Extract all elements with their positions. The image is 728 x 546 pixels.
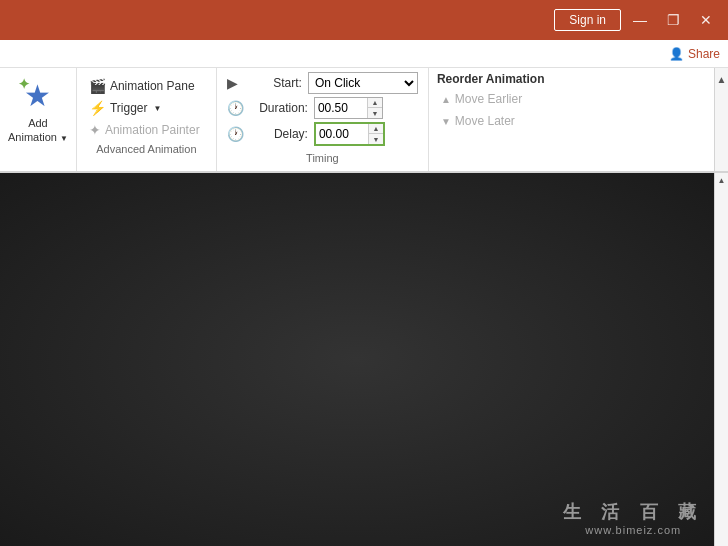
animation-painter-label: Animation Painter (105, 123, 200, 137)
animation-pane-icon: 🎬 (89, 78, 106, 94)
start-label: Start: (244, 76, 302, 90)
duration-spin-down[interactable]: ▼ (368, 108, 382, 118)
duration-label: Duration: (250, 101, 308, 115)
start-select[interactable]: On Click With Previous After Previous (308, 72, 418, 94)
trigger-button[interactable]: ⚡ Trigger ▼ (85, 98, 208, 118)
start-icon: ▶ (227, 75, 238, 91)
ribbon: ✦ ★ Add Animation ▼ 🎬 Animation Pane ⚡ T… (0, 68, 728, 173)
animation-painter-button[interactable]: ✦ Animation Painter (85, 120, 208, 140)
delay-icon: 🕐 (227, 126, 244, 142)
timing-start-row: ▶ Start: On Click With Previous After Pr… (227, 72, 418, 94)
delay-label: Delay: (250, 127, 308, 141)
add-animation-label: Add Animation ▼ (8, 116, 68, 145)
animation-painter-icon: ✦ (89, 122, 101, 138)
delay-spinners: ▲ ▼ (368, 124, 383, 144)
timing-duration-row: 🕐 Duration: ▲ ▼ (227, 97, 418, 119)
animation-pane-button[interactable]: 🎬 Animation Pane (85, 76, 208, 96)
watermark-text: 生 活 百 藏 (563, 500, 705, 524)
move-later-label: Move Later (455, 114, 515, 128)
minimize-button[interactable]: — (625, 8, 655, 32)
timing-delay-row: 🕐 Delay: ▲ ▼ (227, 122, 418, 146)
right-scrollbar: ▲ (714, 173, 728, 546)
timing-group-rows: ▶ Start: On Click With Previous After Pr… (227, 72, 418, 149)
delay-input-wrap: ▲ ▼ (314, 122, 385, 146)
title-bar: Sign in — ❐ ✕ (0, 0, 728, 40)
advanced-animation-label: Advanced Animation (85, 140, 208, 158)
trigger-label: Trigger (110, 101, 148, 115)
move-later-button[interactable]: ▼ Move Later (437, 112, 706, 130)
timing-group-label: Timing (227, 149, 418, 167)
move-later-icon: ▼ (441, 116, 451, 127)
add-animation-button[interactable]: ✦ ★ Add Animation ▼ (0, 72, 76, 167)
share-person-icon: 👤 (669, 47, 684, 61)
trigger-dropdown-icon: ▼ (153, 104, 161, 113)
maximize-button[interactable]: ❐ (659, 8, 688, 32)
move-earlier-label: Move Earlier (455, 92, 522, 106)
watermark-url: www.bimeiz.com (585, 524, 681, 536)
delay-spin-down[interactable]: ▼ (369, 134, 383, 144)
duration-icon: 🕐 (227, 100, 244, 116)
plus-icon: ✦ (18, 76, 30, 92)
move-earlier-button[interactable]: ▲ Move Earlier (437, 90, 706, 108)
duration-spin-up[interactable]: ▲ (368, 98, 382, 108)
scroll-up-button[interactable]: ▲ (715, 173, 729, 187)
delay-spin-up[interactable]: ▲ (369, 124, 383, 134)
reorder-title: Reorder Animation (437, 72, 706, 86)
ribbon-collapse-button[interactable]: ▲ (714, 68, 728, 171)
watermark: 生 活 百 藏 www.bimeiz.com (563, 500, 705, 536)
share-button[interactable]: 👤 Share (669, 47, 720, 61)
duration-input-wrap: ▲ ▼ (314, 97, 383, 119)
duration-input[interactable] (315, 98, 367, 118)
trigger-icon: ⚡ (89, 100, 106, 116)
share-label: Share (688, 47, 720, 61)
add-animation-icon: ✦ ★ (18, 76, 58, 116)
share-bar: 👤 Share (0, 40, 728, 68)
content-area: 生 活 百 藏 www.bimeiz.com ▲ (0, 173, 728, 546)
duration-spinners: ▲ ▼ (367, 98, 382, 118)
advanced-animation-group: 🎬 Animation Pane ⚡ Trigger ▼ ✦ Animation… (85, 72, 208, 140)
close-button[interactable]: ✕ (692, 8, 720, 32)
move-earlier-icon: ▲ (441, 94, 451, 105)
sign-in-button[interactable]: Sign in (554, 9, 621, 31)
animation-pane-label: Animation Pane (110, 79, 195, 93)
chevron-up-icon: ▲ (717, 74, 727, 85)
slide-canvas[interactable]: 生 活 百 藏 www.bimeiz.com (0, 173, 714, 546)
delay-input[interactable] (316, 124, 368, 144)
reorder-group: Reorder Animation ▲ Move Earlier ▼ Move … (437, 72, 706, 130)
app-window: Sign in — ❐ ✕ 👤 Share ✦ ★ Add Animation … (0, 0, 728, 546)
